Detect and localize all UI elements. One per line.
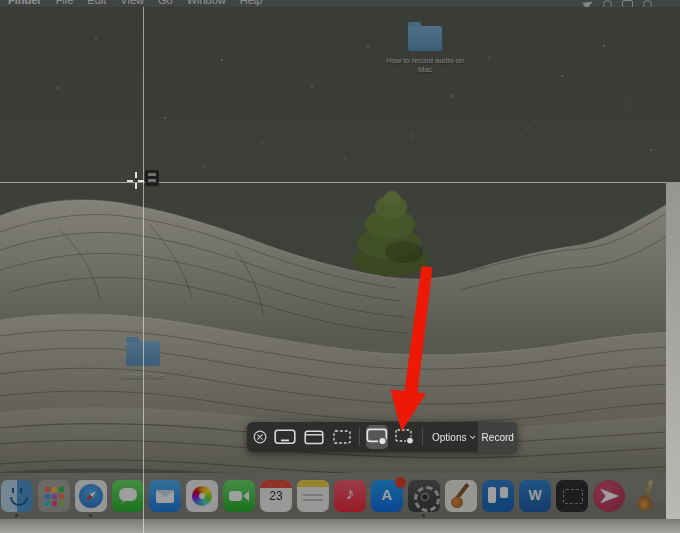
edge-strip-bottom xyxy=(0,519,680,533)
selection-guide-vertical xyxy=(143,7,144,533)
capture-selected-portion-icon[interactable] xyxy=(333,430,351,444)
toolbar-divider xyxy=(359,428,360,446)
close-icon[interactable] xyxy=(253,430,267,444)
capture-entire-screen-icon[interactable] xyxy=(274,429,296,445)
screen-dim-overlay xyxy=(0,0,680,533)
capture-toolbar: Options Record xyxy=(247,422,517,452)
selection-guide-horizontal xyxy=(0,182,666,183)
record-button[interactable]: Record xyxy=(478,422,517,452)
record-entire-screen-icon[interactable] xyxy=(366,425,388,449)
options-label: Options xyxy=(432,432,466,443)
edge-strip-right xyxy=(666,182,680,533)
macos-screen: How to record audio on Mac untitled fold… xyxy=(0,0,680,533)
crosshair-cursor xyxy=(127,172,144,189)
chevron-down-icon xyxy=(470,433,476,439)
coordinate-readout xyxy=(145,170,159,186)
options-button[interactable]: Options xyxy=(428,432,478,443)
toolbar-divider xyxy=(422,428,423,446)
capture-selected-window-icon[interactable] xyxy=(304,430,324,445)
record-label: Record xyxy=(482,432,514,443)
record-selected-portion-icon[interactable] xyxy=(395,429,415,445)
